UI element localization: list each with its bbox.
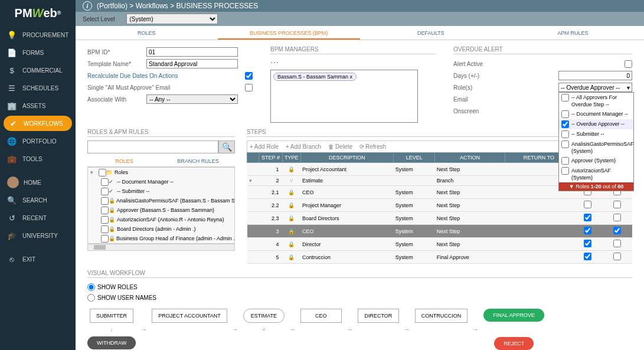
days-input[interactable] (558, 71, 632, 80)
node-contruccion[interactable]: CONTRUCCION (415, 309, 468, 323)
tab-roles[interactable]: ROLES (76, 26, 218, 40)
nav-recent[interactable]: ↺RECENT (0, 209, 76, 227)
nav-tools[interactable]: 💼TOOLS (0, 150, 76, 168)
nav-home[interactable]: HOME (0, 174, 76, 191)
nav-commercial[interactable]: $COMMERCIAL (0, 61, 76, 79)
roles-dd-option[interactable]: -- All Approvers For Overdue Step -- (559, 93, 633, 109)
roles-dd-selected[interactable]: -- Overdue Approver --▾ (558, 83, 632, 92)
tree-check[interactable] (99, 169, 106, 176)
bc-portfolio[interactable]: (Portfolio) (97, 2, 128, 10)
node-estimate[interactable]: ESTIMATE (243, 309, 285, 323)
nav-assets[interactable]: 🏢ASSETS (0, 97, 76, 115)
roles-dd-option[interactable]: -- Document Manager -- (559, 109, 633, 119)
node-submitter[interactable]: SUBMITTER (90, 309, 133, 323)
show-roles-radio[interactable]: SHOW ROLES (87, 282, 632, 292)
ellipsis-icon[interactable]: ⋯ (270, 58, 436, 67)
roles-tree[interactable]: ▾ 📁Roles ✔-- Document Manager -- ✔-- Sub… (87, 167, 235, 244)
nav-procurement[interactable]: 💡PROCUREMENT (0, 26, 76, 44)
roles-dd-option[interactable]: AnalisisGastoPermisoSAF (System) (559, 139, 633, 156)
tab-defaults[interactable]: DEFAULTS (360, 26, 502, 40)
row-checkbox[interactable] (613, 227, 621, 234)
subtab-branch[interactable]: BRANCH RULES (161, 156, 235, 166)
nav-search[interactable]: 🔍SEARCH (0, 191, 76, 209)
single-email-checkbox[interactable] (245, 84, 253, 91)
info-icon[interactable]: i (83, 1, 92, 11)
collapse-icon[interactable]: ▾ (90, 169, 97, 175)
opt-check[interactable] (561, 140, 569, 148)
manager-chip[interactable]: Bassam.S - Bassam Samman x (273, 73, 357, 81)
row-checkbox[interactable] (613, 240, 621, 247)
radio[interactable] (87, 283, 95, 291)
node-director[interactable]: DIRECTOR (358, 309, 399, 323)
refresh-button[interactable]: ⟳Refresh (359, 143, 386, 150)
nav-forms[interactable]: 📄FORMS (0, 44, 76, 61)
bc-workflows[interactable]: Workflows (136, 2, 168, 10)
roles-dd-option[interactable]: Approver (System) (559, 156, 633, 166)
add-role-button[interactable]: +Add Role (250, 143, 279, 150)
tree-check[interactable] (101, 197, 109, 205)
row-checkbox[interactable] (584, 240, 591, 247)
collapse-icon[interactable]: ▾ (249, 178, 252, 184)
row-checkbox[interactable] (613, 214, 621, 221)
roles-dd-option[interactable]: -- Submitter -- (559, 129, 633, 139)
roles-dd-option[interactable]: AutorizacionSAF (System) (559, 166, 633, 182)
tree-check[interactable] (101, 207, 109, 214)
th-desc[interactable]: DESCRIPTION (300, 153, 394, 163)
recalc-checkbox[interactable] (245, 72, 253, 80)
roles-dd-option[interactable]: -- Overdue Approver -- (559, 119, 633, 129)
tree-root[interactable]: ▾ 📁Roles (88, 168, 234, 177)
tree-item[interactable]: 🔒Approver (Bassam.S - Bassam Samman) (88, 205, 234, 215)
subtab-roles[interactable]: ROLES (87, 156, 161, 166)
scroll-thumb[interactable] (94, 245, 106, 250)
tree-check[interactable] (101, 188, 109, 195)
nav-portfolio[interactable]: 🌐PORTFOLIO (0, 132, 76, 150)
node-ceo[interactable]: CEO (300, 309, 342, 323)
th-action[interactable]: ACTION (435, 153, 505, 163)
th-level[interactable]: LEVEL (394, 153, 435, 163)
opt-check[interactable] (561, 94, 569, 102)
th-type[interactable]: TYPE (283, 153, 301, 163)
managers-box[interactable]: Bassam.S - Bassam Samman x (270, 70, 418, 123)
tree-item[interactable]: 🔒AutorizacionSAF (Antonio.R - Antonio Re… (88, 215, 234, 224)
roles-search-button[interactable]: 🔍 (218, 140, 235, 153)
add-branch-button[interactable]: +Add Branch (286, 143, 321, 150)
chip-remove-icon[interactable]: x (350, 74, 353, 80)
alert-active-checkbox[interactable] (625, 60, 632, 68)
tree-check[interactable] (101, 235, 109, 243)
tree-check[interactable] (101, 216, 109, 224)
node-pa[interactable]: PROJECT ACCOUNTANT (152, 309, 227, 323)
opt-check[interactable] (561, 167, 569, 175)
opt-check[interactable] (561, 130, 569, 138)
roles-search-input[interactable] (87, 140, 218, 153)
tree-item[interactable]: 🔒Board Directors (admin - Admin .) (88, 224, 234, 234)
show-users-radio[interactable]: SHOW USER NAMES (87, 292, 632, 303)
tpl-name-input[interactable] (146, 59, 238, 68)
withdraw-button[interactable]: WITHDRAW (87, 336, 136, 349)
row-checkbox[interactable] (613, 201, 621, 208)
steps-row[interactable]: 3🔒CEOSystemNext Step (247, 225, 632, 238)
nav-university[interactable]: 🎓UNIVERSITY (0, 227, 76, 244)
tree-hscroll[interactable] (87, 244, 235, 251)
steps-row[interactable]: 4🔒DirectorSystemNext Step (247, 238, 632, 251)
nav-workflows[interactable]: ✔WORKFLOWS (4, 116, 72, 131)
tab-apm[interactable]: APM RULES (502, 26, 644, 40)
nav-exit[interactable]: ⎋EXIT (0, 250, 76, 268)
tree-item[interactable]: 🔒Business Group Head of Finance (admin -… (88, 234, 234, 243)
steps-row[interactable]: 5🔒ContruccionSystemFinal Approve (247, 251, 632, 264)
row-checkbox[interactable] (584, 227, 591, 234)
row-checkbox[interactable] (584, 201, 591, 208)
select-level[interactable]: (System) (126, 14, 218, 24)
row-checkbox[interactable] (584, 253, 591, 260)
th-step[interactable]: STEP # (259, 153, 283, 163)
steps-row[interactable]: 2.3🔒Board DirectorsSystemNext Step (247, 212, 632, 225)
tree-check[interactable] (101, 178, 109, 186)
tree-item[interactable]: ✔-- Submitter -- (88, 187, 234, 196)
opt-check[interactable] (561, 120, 569, 128)
final-approve-button[interactable]: FINAL APPROVE (483, 309, 544, 322)
tree-item[interactable]: 🔒AnalisisGastoPermisoSAF (Bassam.S - Bas… (88, 196, 234, 205)
reject-button[interactable]: REJECT (494, 337, 534, 350)
radio[interactable] (87, 294, 95, 302)
roles-dropdown[interactable]: -- Overdue Approver --▾ -- All Approvers… (558, 83, 632, 92)
row-checkbox[interactable] (584, 214, 591, 221)
tab-bpm[interactable]: BUSINESS PROCESSES (BPM) (218, 26, 360, 40)
